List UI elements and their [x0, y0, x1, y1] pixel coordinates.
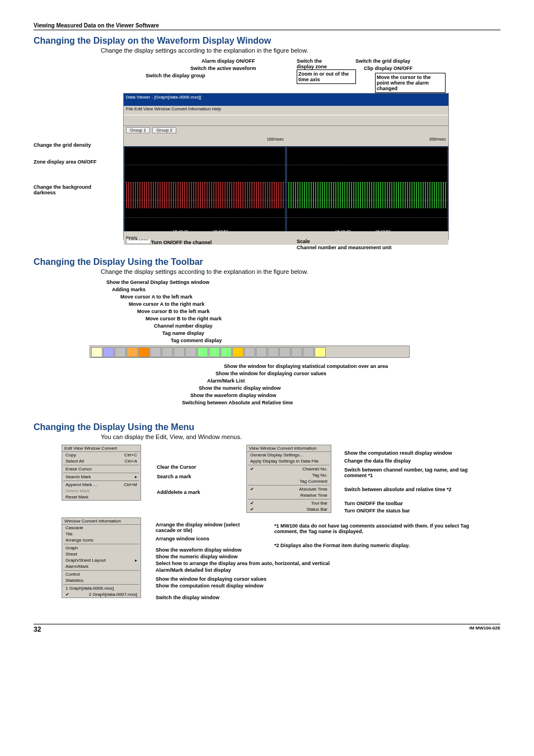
callout-switch-group: Switch the display group	[146, 73, 205, 78]
settings-icon[interactable]	[127, 347, 138, 357]
cursor-a-right-icon[interactable]	[162, 347, 173, 357]
tab-group2[interactable]: Group 2	[152, 127, 176, 133]
page-number: 32	[34, 626, 41, 633]
section1-title: Changing the Display on the Waveform Dis…	[34, 36, 500, 46]
callout-abs-rel: Switching between Absolute and Relative …	[182, 400, 293, 405]
callout-switch-active: Switch the active waveform	[190, 66, 256, 71]
app-toolbar	[124, 115, 448, 126]
menu-apply-settings[interactable]: Apply Display Settings in Data File	[247, 458, 331, 464]
menu-alarm-mark[interactable]: Alarm/Mark	[62, 563, 140, 570]
open-icon[interactable]	[91, 347, 102, 357]
menu-cascade[interactable]: Cascade	[62, 525, 140, 531]
chan-num-icon[interactable]	[197, 347, 208, 357]
callout-switch-zone: Switch the display zone	[297, 58, 336, 69]
menu-gen-settings[interactable]: General Display Settings...	[247, 452, 331, 458]
edit-callout-add-delete: Add/delete a mark	[157, 489, 200, 495]
menu-channel-no[interactable]: ✔Channel No.	[247, 466, 331, 472]
waveform-plot-right: 15:48:40 15:48:59 Absolute Time [h:m:s]	[287, 147, 447, 235]
callout-cursor-b-right: Move cursor B to the right mark	[146, 316, 222, 321]
window-callout-arrange: Arrange the display window (select casca…	[156, 522, 256, 533]
menu-rel-time[interactable]: Relative Time	[247, 492, 331, 498]
callout-alarm-onoff: Alarm display ON/OFF	[202, 58, 255, 64]
app-titlebar: Data Viewer - [Graph[data-0008.mxs]]	[124, 94, 448, 106]
window-menu-header: Window Convert Information	[62, 518, 140, 525]
callout-cursor-a-right: Move cursor A to the right mark	[129, 301, 204, 307]
tab-group1[interactable]: Group 1	[126, 127, 150, 133]
cursor-val-icon[interactable]	[279, 347, 291, 357]
help-icon[interactable]	[315, 347, 326, 357]
status-bar: Ready	[124, 231, 448, 239]
callout-numeric-window: Show the numeric display window	[199, 385, 281, 391]
menu-control[interactable]: Control	[62, 571, 140, 577]
callout-general-settings: Show the General Display Settings window	[106, 279, 209, 285]
view-menu: View Window Convert Information General …	[246, 445, 331, 513]
mark-icon[interactable]	[138, 347, 149, 357]
page-header-title: Viewing Measured Data on the Viewer Soft…	[34, 22, 159, 29]
callout-tag-name: Tag name display	[162, 330, 204, 336]
menu-tile[interactable]: Tile	[62, 531, 140, 537]
callout-zoom: Zoom in or out of the time axis	[297, 69, 356, 84]
alarm-icon[interactable]	[268, 347, 279, 357]
callout-scale: Scale	[297, 239, 310, 244]
menu-tag-comment[interactable]: Tag Comment	[247, 478, 331, 484]
waveform-plot-left: 15:48:40 15:48:59 Absolute Time [h:m:s]	[125, 147, 285, 235]
waveform-screenshot: Data Viewer - [Graph[data-0008.mxs]] Fil…	[123, 93, 449, 240]
cursor-b-right-icon[interactable]	[185, 347, 196, 357]
waveform-icon[interactable]	[244, 347, 255, 357]
copy-icon[interactable]	[115, 347, 126, 357]
callout-bg-dark: Change the background darkness	[34, 184, 112, 195]
group-tabs: Group 1 Group 2	[124, 126, 448, 137]
window-callout-numeric: Show the numeric display window	[156, 554, 238, 559]
toolbar-strip	[90, 346, 410, 358]
callout-switch-grid: Switch the grid display	[355, 58, 410, 64]
tag-name-icon[interactable]	[209, 347, 220, 357]
menu-erase-cursor[interactable]: Erase Cursor	[62, 466, 140, 472]
callout-turn-channel: Turn ON/OFF the channel	[151, 240, 212, 245]
menu-abs-time[interactable]: ✔Absolute Time	[247, 486, 331, 492]
menu-graph-file2[interactable]: ✔2 Graph[data-0007.mxs]	[62, 591, 140, 598]
footnote-2: *2 Displays also the Format item during …	[274, 543, 481, 548]
menu-layout[interactable]: Graph/Sheet Layout▸	[62, 557, 140, 563]
window-callout-comp: Show the computation result display wind…	[156, 583, 264, 589]
cursor-a-left-icon[interactable]	[150, 347, 161, 357]
menu-tool-bar[interactable]: ✔Tool Bar	[247, 500, 331, 506]
menu-append-mark[interactable]: Append Mark ...Ctrl+M	[62, 482, 140, 488]
callout-stat-window: Show the window for displaying statistic…	[224, 363, 388, 369]
menu-sheet[interactable]: Sheet	[62, 551, 140, 557]
menu-select-all[interactable]: Select AllCtrl+A	[62, 458, 140, 464]
menu-graph-file1[interactable]: 1 Graph[data-0006.mxs]	[62, 585, 140, 591]
callout-alarm-list: Alarm/Mark List	[207, 378, 245, 384]
menu-status-bar[interactable]: ✔Status Bar	[247, 506, 331, 512]
numeric-icon[interactable]	[256, 347, 267, 357]
callout-clip: Clip display ON/OFF	[364, 66, 413, 71]
cursor-b-left-icon[interactable]	[174, 347, 185, 357]
stat-icon[interactable]	[291, 347, 302, 357]
view-menu-header: View Window Convert Information	[247, 445, 331, 452]
callout-grid-density: Change the grid density	[34, 142, 91, 148]
footnote-1: *1 MW100 data do not have tag comments a…	[274, 523, 481, 534]
section3-intro: You can display the Edit, View, and Wind…	[101, 433, 500, 440]
menu-tag-no[interactable]: Tag No.	[247, 472, 331, 478]
print-icon[interactable]	[303, 347, 314, 357]
edit-callout-search: Search a mark	[157, 474, 191, 479]
document-id: IM MW100-02E	[469, 626, 500, 633]
menu-graph[interactable]: Graph	[62, 545, 140, 551]
view-callout-toolbar: Turn ON/OFF the toolbar	[344, 501, 403, 506]
tag-comment-icon[interactable]	[221, 347, 232, 357]
view-callout-file: Change the data file display	[344, 458, 411, 464]
callout-waveform-window: Show the waveform display window	[190, 393, 277, 398]
view-callout-chan-tag: Switch between channel number, tag name,…	[344, 467, 484, 478]
menu-search-mark[interactable]: Search Mark▸	[62, 474, 140, 480]
edit-menu: Edit View Window Convert CopyCtrl+C Sele…	[62, 445, 141, 501]
window-callout-waveform: Show the waveform display window	[156, 547, 242, 553]
menu-copy[interactable]: CopyCtrl+C	[62, 452, 140, 458]
menu-delete-mark[interactable]: Delete Mark	[62, 488, 140, 494]
callout-chan-num: Channel number display	[154, 323, 213, 329]
time-icon[interactable]	[232, 347, 243, 357]
save-icon[interactable]	[103, 347, 114, 357]
view-callout-statusbar: Turn ON/OFF the status bar	[344, 508, 410, 514]
window-menu: Window Convert Information Cascade Tile …	[62, 517, 141, 598]
menu-arrange-icons[interactable]: Arrange Icons	[62, 537, 140, 543]
menu-reset-mark[interactable]: Reset Mark	[62, 494, 140, 500]
menu-statistics[interactable]: Statistics	[62, 577, 140, 584]
